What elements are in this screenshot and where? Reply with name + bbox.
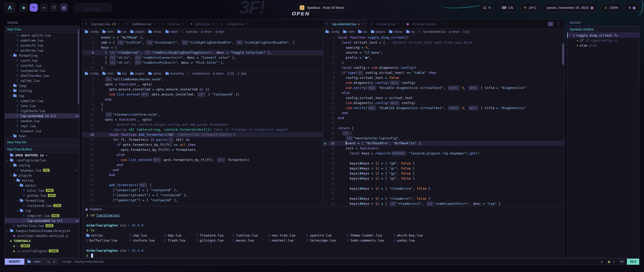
breadcrumb-item[interactable]: .config <box>326 30 339 33</box>
symbol-item[interactable]: ▾ƒtoggle_diag_virtextfu <box>567 33 639 38</box>
tree-item[interactable]: ☾winshift.lua <box>5 43 80 48</box>
tree-item[interactable]: OPEN BUFFERS in ~ <box>5 153 80 158</box>
breadcrumb-item[interactable]: ☾color.lua <box>182 30 197 33</box>
tree-item[interactable]: ▾plugins <box>5 173 80 178</box>
music-widget[interactable]: ♪ Spiritbox - Rule Of Nines <box>295 3 349 12</box>
tree-item[interactable]: ☾compiler.lua <box>5 98 80 103</box>
breadcrumb-item[interactable]: ☾lsp-extended.lua <box>419 30 445 33</box>
tree-item[interactable]: ☾isort.lua <box>5 58 80 63</box>
neo-tree-header[interactable]: Neo-Tree <box>5 26 80 33</box>
terminal-output[interactable]: ❯cd lua/plugins/nvim/lua/plugins via ☾ v… <box>82 212 565 258</box>
breadcrumb-item[interactable]: []return <box>449 30 459 33</box>
floaterm-titlebar[interactable]: ▣ Floaterm <box>82 206 565 212</box>
terminal-ls-item[interactable]: ☾neotest.lua <box>268 238 307 243</box>
edit-button[interactable]: ✎ <box>30 4 38 12</box>
tree-item[interactable]: ▸test <box>5 133 80 139</box>
breadcrumb-item[interactable]: .config <box>85 30 98 33</box>
tree-item[interactable]: ☾lens.lua <box>5 103 80 108</box>
code-area[interactable]: 3 event = { "BufRead" },4 cmd = { [1]"Cc… <box>82 35 323 70</box>
close-tab-icon[interactable]: × <box>153 22 155 26</box>
tree-item[interactable]: ☾neodim.lua <box>5 118 80 123</box>
tree-item[interactable]: ☾lsp-extended.lu[+]◉ <box>5 113 80 118</box>
tree-item[interactable]: ☾rustfmt.lua <box>5 63 80 68</box>
tab[interactable]: ☾color.lua× <box>159 19 188 28</box>
tab[interactable]: ☾keymaps.lua⚠3× <box>82 19 123 28</box>
terminal-ls-item[interactable]: ☾theme-loader.lua <box>347 233 394 238</box>
breadcrumb-item[interactable]: nvim <box>343 30 354 33</box>
tree-item[interactable]: ☾rustywind.lua#726 <box>5 203 80 208</box>
tree-item[interactable]: ▸linting <box>5 88 80 93</box>
tree-item[interactable]: ▸Juegos/Indies/SteamLibrary/st <box>5 228 80 233</box>
tab[interactable]: ☾compiler.lua× <box>217 19 252 28</box>
tree-item[interactable]: ▣TERMINALS <box>5 238 80 243</box>
neo-tree-buffers-header[interactable]: Neo-Tree Buffers <box>5 146 80 153</box>
neo-tree-git-header[interactable]: Neo-Tree Git <box>5 139 80 146</box>
tab[interactable]: ●github.lua× <box>188 19 217 28</box>
workspaces-pill[interactable]: 9▣ <box>625 3 639 12</box>
tree-item[interactable]: ☾timeout.lua <box>5 128 80 133</box>
symbol-item[interactable]: ▪elseelse <box>567 43 639 48</box>
terminal-ls-item[interactable]: ☾dap.lua <box>164 233 196 238</box>
breadcrumb-item[interactable]: ☾rustywind.lua <box>188 72 210 75</box>
breadcrumb-item[interactable]: plugins <box>130 72 145 75</box>
tree-item[interactable]: ▸lang <box>5 83 80 88</box>
terminal-ls-item[interactable]: ☾mason.lua <box>233 238 268 243</box>
symbols-outline-header[interactable]: Symbols Outline <box>567 26 639 33</box>
terminal-ls-item[interactable]: ☾floaterm.lua <box>196 233 233 238</box>
tree-item[interactable]: ☾undotree.lua <box>5 38 80 43</box>
breadcrumb-item[interactable]: lua <box>117 30 126 33</box>
tree-item[interactable]: ☾color.lua#493 <box>5 188 80 193</box>
tree-item[interactable]: ☾rustywind.lua <box>5 68 80 73</box>
tabpage-2[interactable]: 2 <box>555 22 561 26</box>
statusline-cwd[interactable]: nvim <box>24 259 44 265</box>
breadcrumb-item[interactable]: plugins <box>130 30 145 33</box>
link-button[interactable]: ∞ <box>40 4 48 12</box>
date-pill[interactable]: jueves, noviembre 16, 2023▦ <box>543 3 597 12</box>
tab[interactable]: ☾lsp-extended.lua●× <box>323 19 367 28</box>
tree-item[interactable]: ▾config <box>5 163 80 168</box>
launcher-button[interactable]: Λ <box>5 2 15 13</box>
breadcrumb-item[interactable]: editor <box>166 30 178 33</box>
volume-pill[interactable]: ♬100% <box>600 3 622 12</box>
breadcrumb-item[interactable]: lua <box>358 30 367 33</box>
keyboard-layout-pill[interactable]: ⌨US <box>498 3 517 12</box>
tree-item[interactable]: ▾extras <box>5 178 80 183</box>
tree-item[interactable]: ☾keymaps.lua#10⚠ <box>5 168 80 173</box>
terminal-ls-item[interactable]: ☾todo-comments.lua <box>347 238 394 243</box>
breadcrumb-item[interactable]: {}[1] <box>463 30 469 33</box>
terminal-ls-item[interactable]: extras <box>86 233 130 238</box>
tree-item[interactable]: ▾.config/nvim/lua <box>5 158 80 163</box>
terminal-ls-item[interactable]: ☾which-key.lua <box>394 233 561 238</box>
close-tab-icon[interactable]: × <box>212 22 214 26</box>
tree-item[interactable]: ☾github.lua#654 <box>5 193 80 198</box>
tab[interactable]: ▦scrollbar-handle-…× <box>403 19 447 28</box>
sidebar-scrollbar[interactable] <box>78 29 79 105</box>
scrollbar-handle[interactable] <box>562 43 564 65</box>
terminal-ls-item[interactable]: ☾bufferline.lua <box>86 238 130 243</box>
code-area[interactable]: 3 [1]"williamboman/mason.nvim",4 opts = … <box>82 77 323 206</box>
tree-item[interactable]: ▣~#2859 <box>5 243 80 248</box>
statusline-git[interactable]: ⌥1 <box>44 259 58 265</box>
breadcrumb-item[interactable]: extras <box>148 72 162 75</box>
code-area[interactable]: 1local function toggle_diag_virtext()2 l… <box>323 35 565 206</box>
breadcrumb-item[interactable]: formatting <box>166 72 184 75</box>
terminal-ls-item[interactable]: ☾cmp.lua <box>130 233 164 238</box>
terminal-ls-item[interactable]: ☾telescope.lua <box>307 238 347 243</box>
breadcrumb-item[interactable]: .config <box>85 72 98 75</box>
breadcrumb-item[interactable]: ƒopts <box>238 72 247 75</box>
terminal-ls-item[interactable]: ☾flash.lua <box>164 238 196 243</box>
weather-pill[interactable]: ☀24°C <box>520 3 540 12</box>
close-tab-icon[interactable]: × <box>442 22 444 26</box>
topbar-prompt[interactable]: ________ <box>73 4 112 12</box>
terminal-ls-item[interactable]: ☾spectre.lua <box>307 233 347 238</box>
tree-item[interactable]: ☾lsp-extended.lu[+]◉ <box>5 218 80 223</box>
tree-item[interactable]: ▾lsp <box>5 208 80 213</box>
breadcrumb-item[interactable]: lsp <box>406 30 415 33</box>
breadcrumb-item[interactable]: {}[2] <box>228 72 234 75</box>
tree-item[interactable]: ▾formatting <box>5 53 80 58</box>
terminal-ls-item[interactable]: ☾yanky.lua <box>394 238 561 243</box>
breadcrumb-item[interactable]: {}return <box>201 30 212 33</box>
breadcrumb-item[interactable]: extras <box>389 30 402 33</box>
terminal-ls-item[interactable]: ☾neo-tree.lua <box>268 233 307 238</box>
tree-item[interactable]: ☾shellharden.lua <box>5 73 80 78</box>
